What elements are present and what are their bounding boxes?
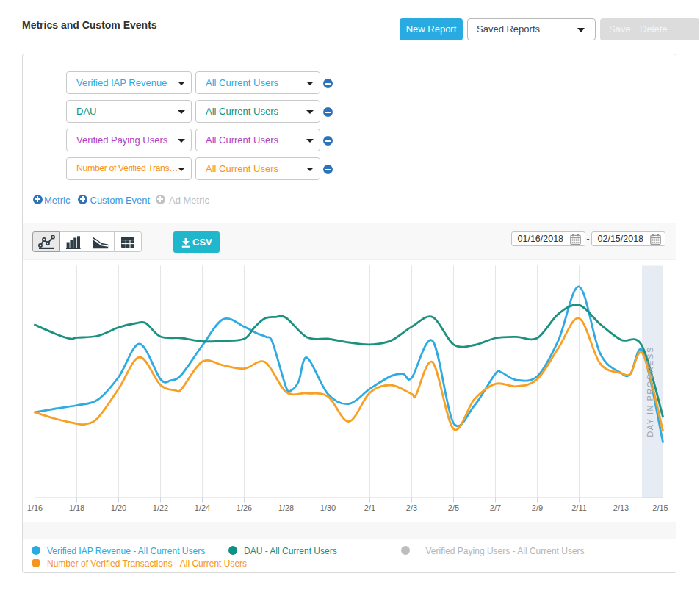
svg-text:2/7: 2/7 xyxy=(489,503,500,512)
svg-text:2/1: 2/1 xyxy=(364,503,375,512)
svg-text:2/3: 2/3 xyxy=(405,503,416,512)
svg-text:1/20: 1/20 xyxy=(110,503,126,512)
svg-text:1/28: 1/28 xyxy=(278,503,293,512)
svg-text:1/26: 1/26 xyxy=(236,503,251,512)
svg-text:2/5: 2/5 xyxy=(447,503,458,512)
svg-text:DAY IN PROGRESS: DAY IN PROGRESS xyxy=(645,346,654,437)
svg-text:1/24: 1/24 xyxy=(194,503,209,512)
svg-text:1/30: 1/30 xyxy=(320,503,335,512)
svg-text:2/13: 2/13 xyxy=(613,503,628,512)
svg-text:1/18: 1/18 xyxy=(68,503,84,512)
svg-text:2/15: 2/15 xyxy=(652,503,668,512)
svg-text:1/16: 1/16 xyxy=(26,503,42,512)
svg-text:1/22: 1/22 xyxy=(152,503,167,512)
svg-text:2/11: 2/11 xyxy=(571,503,587,512)
svg-text:2/9: 2/9 xyxy=(531,503,542,512)
